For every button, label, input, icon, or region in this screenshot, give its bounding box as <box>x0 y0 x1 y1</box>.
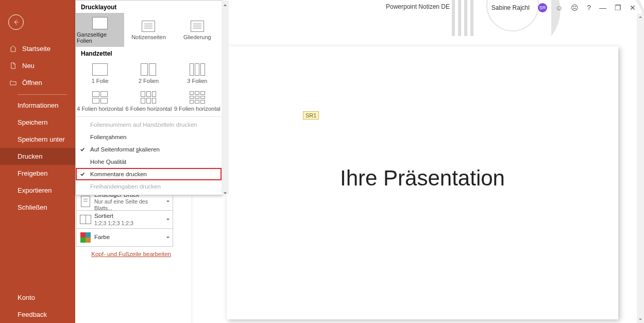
chevron-down-icon <box>163 235 173 240</box>
flyout-section-handzettel: Handzettel <box>76 47 222 59</box>
sidebar-item-exportieren[interactable]: Exportieren <box>0 182 75 199</box>
handout-9-horizontal[interactable]: 9 Folien horizontal <box>173 87 222 115</box>
option-label: Folienrahmen <box>90 134 126 140</box>
handout-6-horizontal[interactable]: 6 Folien horizontal <box>124 87 173 115</box>
handout-1-icon <box>92 63 108 76</box>
option-label: Auf Seitenformat skalieren <box>90 146 160 152</box>
color-icon <box>80 232 91 243</box>
handout-3-icon <box>190 63 205 76</box>
layout-option-ganzseitige-folien[interactable]: Ganzseitige Folien <box>76 13 124 47</box>
option-hohe-qualitaet[interactable]: Hohe Qualität <box>76 156 222 168</box>
back-button[interactable] <box>8 14 24 30</box>
sidebar-item-drucken[interactable]: Drucken <box>0 148 75 165</box>
sidebar-item-startseite[interactable]: Startseite <box>0 40 75 57</box>
user-avatar[interactable]: SR <box>538 3 547 12</box>
layout-option-gliederung[interactable]: Gliederung <box>173 13 222 47</box>
print-preview-area: Powerpoint Notizen DE Sabine Rajchl SR ☺… <box>192 0 644 323</box>
sidebar-label: Startseite <box>22 45 50 53</box>
handout-1-folie[interactable]: 1 Folie <box>76 59 124 87</box>
notes-page-icon <box>142 21 155 32</box>
comment-marker[interactable]: SR1 <box>303 111 319 120</box>
scroll-down-icon <box>223 190 227 194</box>
sidebar-item-schliessen[interactable]: Schließen <box>0 199 75 216</box>
fullpage-slide-icon <box>92 17 108 29</box>
scroll-up-icon <box>638 15 642 19</box>
scroll-down-icon <box>638 317 642 321</box>
sidebar-label: Neu <box>22 62 35 70</box>
file-icon <box>9 62 17 70</box>
backstage-sidebar: Startseite Neu Öffnen Informationen Spei… <box>0 0 75 323</box>
print-layout-flyout: Drucklayout Ganzseitige Folien Notizense… <box>75 0 222 195</box>
option-foliennummern-drucken: Foliennummern auf Handzetteln drucken <box>76 118 222 131</box>
chevron-down-icon <box>163 217 173 222</box>
help-icon[interactable]: ? <box>587 4 591 12</box>
preview-scrollbar[interactable] <box>637 13 644 323</box>
handout-4h-icon <box>92 91 108 104</box>
slide-preview: SR1 Ihre Präsentation <box>227 46 618 319</box>
slide-title-text: Ihre Präsentation <box>227 166 618 191</box>
setting-color[interactable]: Farbe <box>76 228 173 247</box>
window-restore-button[interactable]: ❐ <box>615 4 621 12</box>
check-icon <box>80 147 85 152</box>
face-frown-icon[interactable]: ☹ <box>571 4 579 12</box>
flyout-scrollbar[interactable] <box>222 1 229 195</box>
option-freihandeingaben-drucken: Freihandeingaben drucken <box>76 180 222 193</box>
sidebar-item-informationen[interactable]: Informationen <box>0 97 75 114</box>
window-controls: Sabine Rajchl SR ☺ ☹ ? — ❐ ✕ <box>492 3 636 12</box>
folder-open-icon <box>9 79 17 87</box>
face-smile-icon[interactable]: ☺ <box>555 4 563 12</box>
option-folienrahmen[interactable]: Folienrahmen <box>76 131 222 143</box>
single-side-icon <box>81 196 90 207</box>
collate-icon <box>80 215 91 224</box>
sidebar-item-oeffnen[interactable]: Öffnen <box>0 74 75 91</box>
sidebar-item-freigeben[interactable]: Freigeben <box>0 165 75 182</box>
option-kommentare-drucken[interactable]: Kommentare drucken <box>76 168 222 180</box>
print-settings-column: Drucklayout Ganzseitige Folien Notizense… <box>75 0 192 323</box>
handout-2-folien[interactable]: 2 Folien <box>124 59 173 87</box>
sidebar-item-speichern-unter[interactable]: Speichern unter <box>0 131 75 148</box>
handout-2-icon <box>141 63 156 76</box>
handout-9h-icon <box>190 91 205 104</box>
sidebar-item-konto[interactable]: Konto <box>0 289 75 306</box>
window-close-button[interactable]: ✕ <box>630 4 636 12</box>
header-footer-link[interactable]: Kopf- und Fußzeile bearbeiten <box>76 251 173 257</box>
sidebar-item-speichern[interactable]: Speichern <box>0 114 75 131</box>
window-minimize-button[interactable]: — <box>599 4 606 12</box>
chevron-down-icon <box>163 199 173 203</box>
home-icon <box>9 45 17 53</box>
check-icon <box>80 172 85 177</box>
flyout-section-drucklayout: Drucklayout <box>76 1 222 13</box>
document-title: Powerpoint Notizen DE <box>386 3 450 10</box>
sidebar-item-feedback[interactable]: Feedback <box>0 306 75 323</box>
setting-collate[interactable]: Sortiert 1;2;3 1;2;3 1;2;3 <box>76 210 173 229</box>
scroll-up-icon <box>223 2 227 6</box>
sidebar-item-neu[interactable]: Neu <box>0 57 75 74</box>
handout-4-horizontal[interactable]: 4 Folien horizontal <box>76 87 124 115</box>
option-auf-seitenformat-skalieren[interactable]: Auf Seitenformat skalieren <box>76 143 222 156</box>
layout-option-notizenseiten[interactable]: Notizenseiten <box>124 13 173 47</box>
user-name: Sabine Rajchl <box>492 4 530 11</box>
handout-3-folien[interactable]: 3 Folien <box>173 59 222 87</box>
sidebar-label: Öffnen <box>22 79 42 87</box>
handout-6h-icon <box>141 91 156 104</box>
outline-icon <box>191 21 204 32</box>
